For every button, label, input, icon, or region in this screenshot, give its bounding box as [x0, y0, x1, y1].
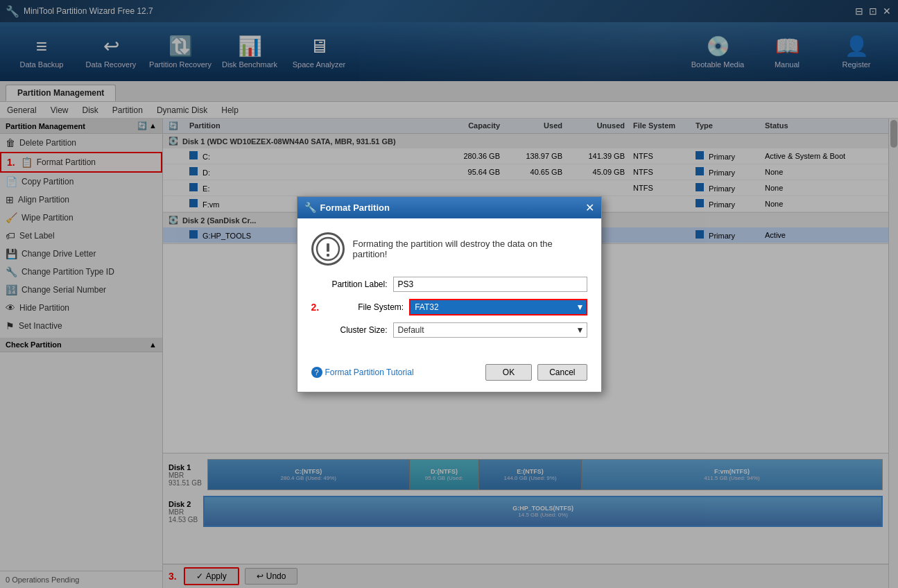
step2-number: 2. [311, 302, 320, 313]
format-partition-dialog: 🔧 Format Partition ✕ Formating the parti… [297, 196, 602, 392]
dialog-overlay: 🔧 Format Partition ✕ Formating the parti… [0, 0, 898, 588]
file-system-select-wrap: FAT32 NTFS exFAT FAT16 ▼ [409, 299, 587, 315]
dialog-title-bar: 🔧 Format Partition ✕ [297, 197, 601, 218]
cluster-size-row: Cluster Size: Default 512 bytes 1 KB 2 K… [311, 322, 587, 338]
dialog-cancel-button[interactable]: Cancel [537, 364, 587, 381]
dialog-footer: ? Format Partition Tutorial OK Cancel [297, 358, 601, 392]
dialog-warning-row: Formating the partition will destroy the… [311, 232, 587, 266]
cluster-size-field-label: Cluster Size: [311, 325, 388, 335]
dialog-body: Formating the partition will destroy the… [297, 218, 601, 358]
svg-rect-1 [327, 243, 329, 252]
svg-rect-2 [327, 254, 329, 257]
cluster-size-select-wrap: Default 512 bytes 1 KB 2 KB 4 KB ▼ [393, 322, 587, 338]
format-tutorial-link[interactable]: ? Format Partition Tutorial [311, 367, 414, 378]
dialog-ok-button[interactable]: OK [485, 364, 532, 381]
dialog-title: Format Partition [320, 202, 390, 213]
dialog-close-button[interactable]: ✕ [585, 201, 594, 214]
help-icon: ? [311, 367, 322, 378]
warning-icon [311, 232, 345, 266]
cluster-size-select[interactable]: Default 512 bytes 1 KB 2 KB 4 KB [393, 322, 587, 338]
dialog-title-icon: 🔧 [304, 202, 316, 213]
format-tutorial-label: Format Partition Tutorial [325, 368, 414, 377]
file-system-select[interactable]: FAT32 NTFS exFAT FAT16 [409, 299, 587, 315]
dialog-buttons: OK Cancel [485, 364, 587, 381]
dialog-warning-text: Formating the partition will destroy the… [353, 239, 587, 259]
file-system-field-label: File System: [327, 302, 404, 312]
partition-label-row: Partition Label: [311, 277, 587, 292]
partition-label-field-label: Partition Label: [311, 279, 388, 289]
partition-label-input[interactable] [393, 277, 587, 292]
file-system-row: 2. File System: FAT32 NTFS exFAT FAT16 ▼ [311, 299, 587, 315]
